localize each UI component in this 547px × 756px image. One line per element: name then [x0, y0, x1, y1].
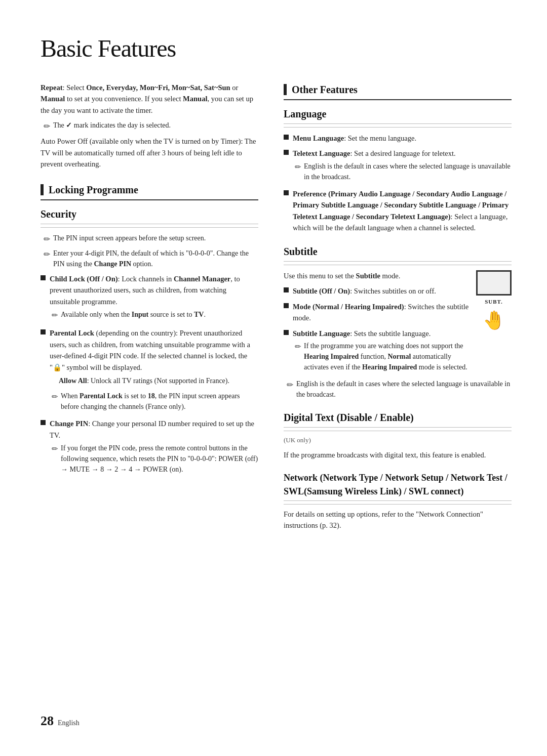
bullet-sq-4 — [284, 287, 289, 292]
sub-note-icon-2: ✏ — [52, 391, 58, 403]
subtitle-mode-text: Mode (Normal / Hearing Impaired): Switch… — [293, 301, 471, 324]
teletext-language-item: Teletext Language: Set a desired languag… — [284, 148, 512, 184]
preference-language-text: Preference (Primary Audio Language / Sec… — [293, 188, 512, 234]
teletext-language-text: Teletext Language: Set a desired languag… — [293, 148, 512, 184]
menu-language-text: Menu Language: Set the menu language. — [293, 133, 512, 144]
parental-sub-note: ✏ When Parental Lock is set to 18, the P… — [50, 391, 258, 412]
subtitle-english-text: English is the default in cases where th… — [296, 379, 512, 400]
subtitle-language-text: Subtitle Language: Sets the subtitle lan… — [293, 328, 471, 374]
security-title: Security — [41, 206, 258, 224]
subtitle-lang-note: ✏ If the programme you are watching does… — [293, 341, 471, 372]
language-title: Language — [284, 106, 512, 124]
pin-default-text: Enter your 4-digit PIN, the default of w… — [53, 248, 258, 269]
teletext-note-icon: ✏ — [295, 161, 301, 173]
subtitle-language-item: Subtitle Language: Sets the subtitle lan… — [284, 328, 471, 374]
subtitle-lang-note-icon: ✏ — [295, 341, 301, 353]
subtitle-onoff-item: Subtitle (Off / On): Switches subtitles … — [284, 285, 471, 297]
subt-label: SUBT. — [476, 298, 512, 306]
subtitle-mode-item: Mode (Normal / Hearing Impaired): Switch… — [284, 301, 471, 324]
other-features-bar-icon — [284, 84, 287, 95]
note-icon-2: ✏ — [44, 248, 50, 261]
auto-power-off-text: Auto Power Off (available only when the … — [41, 136, 258, 170]
page-number: 28 — [41, 711, 54, 731]
locking-programme-title: Locking Programme — [49, 182, 138, 197]
uk-only-text: (UK only) — [284, 435, 512, 445]
change-pin-item: Change PIN: Change your personal ID numb… — [41, 418, 258, 477]
page-language: English — [58, 718, 80, 728]
subtitle-lang-note-text: If the programme you are watching does n… — [304, 341, 471, 372]
page-title: Basic Features — [41, 30, 512, 67]
sub-note-icon-1: ✏ — [52, 310, 58, 321]
digital-text-body: If the programme broadcasts with digital… — [284, 449, 512, 460]
tv-screen-icon — [476, 270, 512, 296]
child-lock-text: Child Lock (Off / On): Lock channels in … — [50, 273, 258, 324]
locking-programme-section: Locking Programme Security ✏ The PIN inp… — [41, 182, 258, 477]
parental-lock-item: Parental Lock (depending on the country)… — [41, 327, 258, 414]
intro-repeat-text: Repeat: Select Once, Everyday, Mon~Fri, … — [41, 82, 258, 116]
header-bar-icon — [41, 184, 44, 195]
allow-all-block: Allow All: Unlock all TV ratings (Not su… — [50, 375, 258, 387]
bullet-icon-2 — [41, 329, 46, 334]
bullet-sq-1 — [284, 135, 289, 140]
note-pencil-icon: ✏ — [44, 120, 50, 133]
teletext-sub-note: ✏ English is the default in cases where … — [293, 161, 512, 182]
parental-lock-text: Parental Lock (depending on the country)… — [50, 327, 258, 414]
other-features-title: Other Features — [292, 82, 358, 97]
child-lock-sub-note: ✏ Available only when the Input source i… — [41, 309, 258, 321]
pin-screen-note: ✏ The PIN input screen appears before th… — [41, 233, 258, 245]
checkmark-note: ✏ The ✓ mark indicates the day is select… — [41, 120, 258, 133]
subtitle-english-note: ✏ English is the default in cases where … — [284, 379, 512, 400]
subtitle-note-icon: ✏ — [287, 379, 293, 391]
page-footer: 28 English — [41, 711, 80, 731]
change-pin-sub-text: If you forget the PIN code, press the re… — [61, 443, 258, 475]
change-pin-text: Change PIN: Change your personal ID numb… — [50, 418, 258, 477]
child-lock-item: Child Lock (Off / On): Lock channels in … — [41, 273, 258, 324]
child-lock-sub-text: Available only when the Input source is … — [61, 309, 206, 320]
digital-text-title: Digital Text (Disable / Enable) — [284, 410, 512, 428]
subtitle-illustration: SUBT. 🤚 — [476, 270, 512, 334]
subtitle-title: Subtitle — [284, 244, 512, 262]
hand-icon: 🤚 — [476, 307, 512, 334]
subtitle-onoff-text: Subtitle (Off / On): Switches subtitles … — [293, 285, 471, 297]
locking-programme-header: Locking Programme — [41, 182, 258, 200]
teletext-note-text: English is the default in cases where th… — [304, 161, 512, 182]
bullet-icon-3 — [41, 420, 46, 425]
menu-language-item: Menu Language: Set the menu language. — [284, 133, 512, 144]
bullet-sq-5 — [284, 303, 289, 308]
allow-all-text: Allow All: Unlock all TV ratings (Not su… — [59, 375, 258, 387]
bullet-sq-3 — [284, 190, 289, 195]
right-column: Other Features Language Menu Language: S… — [284, 82, 512, 535]
other-features-header: Other Features — [284, 82, 512, 100]
network-body: For details on setting up options, refer… — [284, 509, 512, 531]
bullet-sq-2 — [284, 150, 289, 155]
checkmark-note-text: The ✓ mark indicates the day is selected… — [53, 120, 171, 131]
sub-note-icon-3: ✏ — [52, 443, 58, 455]
parental-sub-text: When Parental Lock is set to 18, the PIN… — [61, 391, 258, 412]
bullet-icon — [41, 275, 46, 280]
pin-screen-text: The PIN input screen appears before the … — [53, 233, 206, 243]
left-column: Repeat: Select Once, Everyday, Mon~Fri, … — [41, 82, 258, 535]
preference-language-item: Preference (Primary Audio Language / Sec… — [284, 188, 512, 234]
change-pin-sub-note: ✏ If you forget the PIN code, press the … — [50, 443, 258, 475]
pin-default-note: ✏ Enter your 4-digit PIN, the default of… — [41, 248, 258, 269]
bullet-sq-6 — [284, 330, 289, 335]
note-icon-1: ✏ — [44, 233, 50, 245]
network-title: Network (Network Type / Network Setup / … — [284, 471, 512, 501]
